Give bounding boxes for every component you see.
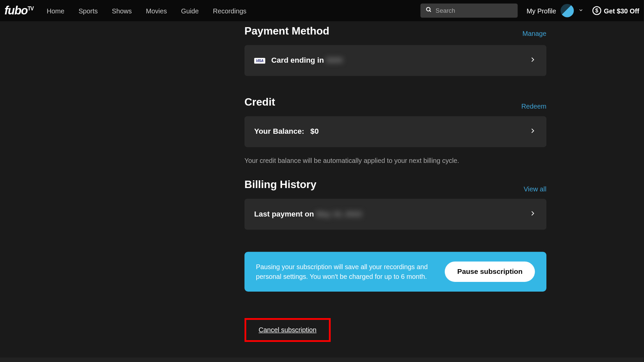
credit-balance-row[interactable]: Your Balance: $0 xyxy=(245,116,546,147)
cancel-subscription-link[interactable]: Cancel subscription xyxy=(259,326,317,334)
nav-sports[interactable]: Sports xyxy=(78,7,98,14)
last-payment-text: Last payment on xyxy=(254,210,314,218)
nav-home[interactable]: Home xyxy=(47,7,64,14)
search-icon xyxy=(426,7,432,15)
credit-title: Credit xyxy=(245,96,275,108)
billing-last-payment-row[interactable]: Last payment on May 10, 2022 xyxy=(245,199,546,230)
nav-recordings[interactable]: Recordings xyxy=(213,7,247,14)
profile-dropdown[interactable]: My Profile xyxy=(527,4,584,17)
nav-movies[interactable]: Movies xyxy=(146,7,167,14)
header: fuboTV Home Sports Shows Movies Guide Re… xyxy=(0,0,644,21)
chevron-right-icon xyxy=(529,55,537,65)
payment-card-row[interactable]: VISA Card ending in 0000 xyxy=(245,45,546,76)
payment-method-section: Payment Method Manage VISA Card ending i… xyxy=(245,21,644,76)
chevron-right-icon xyxy=(529,127,537,137)
credit-balance-content: Your Balance: $0 xyxy=(254,127,319,136)
get-off-label: Get $30 Off xyxy=(604,7,639,14)
credit-section: Credit Redeem Your Balance: $0 Your cred… xyxy=(245,96,644,164)
get-off-button[interactable]: $ Get $30 Off xyxy=(592,6,639,15)
search-box[interactable] xyxy=(421,4,518,18)
pause-text: Pausing your subscription will save all … xyxy=(256,262,437,282)
header-right: My Profile $ Get $30 Off xyxy=(421,4,639,18)
search-input[interactable] xyxy=(436,7,513,14)
view-all-link[interactable]: View all xyxy=(524,185,546,192)
billing-header: Billing History View all xyxy=(245,178,546,199)
payment-method-title: Payment Method xyxy=(245,25,329,37)
dollar-icon: $ xyxy=(592,6,601,15)
nav-guide[interactable]: Guide xyxy=(181,7,199,14)
redeem-link[interactable]: Redeem xyxy=(521,102,546,110)
nav: Home Sports Shows Movies Guide Recording… xyxy=(47,7,247,14)
credit-note: Your credit balance will be automaticall… xyxy=(245,157,546,164)
logo[interactable]: fuboTV xyxy=(4,4,34,17)
payment-card-content: VISA Card ending in 0000 xyxy=(254,56,343,65)
svg-point-0 xyxy=(427,7,430,11)
card-label: Card ending in 0000 xyxy=(271,56,343,65)
svg-line-1 xyxy=(430,10,431,12)
pause-banner: Pausing your subscription will save all … xyxy=(245,252,546,292)
cancel-highlight-box: Cancel subscription xyxy=(245,318,331,342)
cancel-section: Cancel subscription xyxy=(245,318,546,342)
balance-value: $0 xyxy=(310,127,319,136)
logo-suffix: TV xyxy=(28,5,34,11)
billing-title: Billing History xyxy=(245,178,316,191)
chevron-right-icon xyxy=(529,209,537,219)
last-payment-label: Last payment on May 10, 2022 xyxy=(254,210,362,219)
main-content: Payment Method Manage VISA Card ending i… xyxy=(0,21,644,342)
logo-text: fubo xyxy=(4,4,28,17)
payment-method-header: Payment Method Manage xyxy=(245,21,546,45)
balance-label: Your Balance: xyxy=(254,127,304,136)
credit-header: Credit Redeem xyxy=(245,96,546,116)
footer: boTV is the world's only sports-focused … xyxy=(0,357,644,362)
visa-icon: VISA xyxy=(254,58,265,63)
chevron-down-icon xyxy=(578,7,584,15)
billing-content: Last payment on May 10, 2022 xyxy=(254,210,362,219)
nav-shows[interactable]: Shows xyxy=(112,7,131,14)
my-profile-label: My Profile xyxy=(527,7,556,14)
billing-history-section: Billing History View all Last payment on… xyxy=(245,178,644,230)
last-payment-date: May 10, 2022 xyxy=(316,210,362,218)
pause-subscription-button[interactable]: Pause subscription xyxy=(445,261,535,282)
card-ending-label: Card ending in xyxy=(271,56,324,64)
manage-link[interactable]: Manage xyxy=(523,29,546,37)
card-last-digits: 0000 xyxy=(326,56,343,64)
avatar xyxy=(560,4,574,17)
